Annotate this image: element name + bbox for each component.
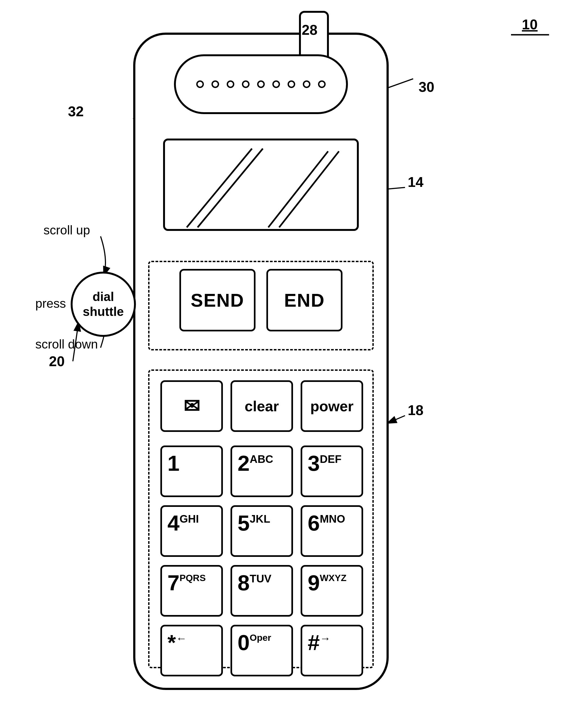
key-1[interactable]: 1	[160, 445, 223, 497]
clear-button[interactable]: clear	[230, 380, 293, 432]
dial-shuttle-label: dial shuttle	[83, 290, 124, 319]
ref-18: 18	[408, 402, 424, 418]
speaker-dot	[318, 80, 326, 88]
ref-14: 14	[408, 174, 424, 190]
ref-28: 28	[302, 22, 318, 38]
top-keypad-row: ✉ clear power	[157, 380, 367, 432]
svg-line-8	[187, 149, 252, 227]
speaker-dot	[227, 80, 234, 88]
speaker-dot	[242, 80, 249, 88]
key-0[interactable]: 0 Oper	[230, 625, 293, 676]
svg-line-9	[197, 149, 263, 227]
key-6[interactable]: 6 MNO	[301, 505, 363, 557]
speaker-dot	[288, 80, 295, 88]
key-hash[interactable]: # →	[301, 625, 363, 676]
keypad-row-3: 7 PQRS 8 TUV 9 WXYZ	[157, 565, 367, 617]
ref-32: 32	[68, 103, 84, 120]
scroll-down-label: scroll down	[35, 337, 98, 352]
key-star[interactable]: * ←	[160, 625, 223, 676]
power-button[interactable]: power	[301, 380, 363, 432]
envelope-icon: ✉	[183, 395, 200, 418]
key-4[interactable]: 4 GHI	[160, 505, 223, 557]
speaker-dot	[211, 80, 219, 88]
key-5[interactable]: 5 JKL	[230, 505, 293, 557]
key-7[interactable]: 7 PQRS	[160, 565, 223, 617]
keypad-grid: 1 2 ABC 3 DEF 4 GHI 5 JKL 6 MNO	[157, 445, 367, 685]
key-3[interactable]: 3 DEF	[301, 445, 363, 497]
dial-shuttle[interactable]: dial shuttle	[71, 272, 136, 337]
ref-20: 20	[49, 353, 65, 369]
speaker-dot	[303, 80, 311, 88]
keypad-row-2: 4 GHI 5 JKL 6 MNO	[157, 505, 367, 557]
svg-line-11	[279, 151, 339, 227]
key-8[interactable]: 8 TUV	[230, 565, 293, 617]
earpiece	[174, 54, 348, 114]
svg-line-6	[386, 416, 405, 424]
press-label: press	[35, 296, 66, 311]
display-screen	[163, 139, 359, 231]
svg-line-10	[268, 151, 328, 227]
end-button[interactable]: END	[266, 269, 343, 331]
speaker-dot	[196, 80, 204, 88]
diagram-container: SEND END ✉ clear power 1 2 ABC	[0, 0, 567, 728]
scroll-up-label: scroll up	[43, 223, 90, 237]
envelope-button[interactable]: ✉	[160, 380, 223, 432]
key-9[interactable]: 9 WXYZ	[301, 565, 363, 617]
ref-10: 10	[522, 16, 538, 33]
keypad-row-4: * ← 0 Oper # →	[157, 625, 367, 676]
keypad-row-1: 1 2 ABC 3 DEF	[157, 445, 367, 497]
speaker-dot	[257, 80, 265, 88]
ref-30: 30	[419, 79, 434, 95]
key-2[interactable]: 2 ABC	[230, 445, 293, 497]
speaker-dot	[272, 80, 280, 88]
send-button[interactable]: SEND	[179, 269, 255, 331]
send-end-row: SEND END	[163, 269, 359, 331]
